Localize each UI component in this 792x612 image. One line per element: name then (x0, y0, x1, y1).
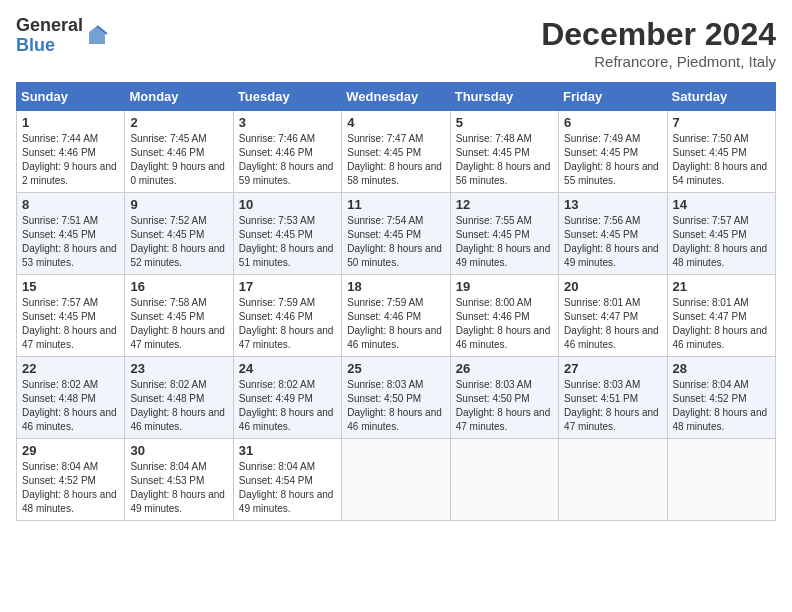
calendar-cell: 12Sunrise: 7:55 AMSunset: 4:45 PMDayligh… (450, 193, 558, 275)
day-info: Sunrise: 8:02 AMSunset: 4:49 PMDaylight:… (239, 379, 334, 432)
day-number: 2 (130, 115, 227, 130)
calendar-week-row: 8Sunrise: 7:51 AMSunset: 4:45 PMDaylight… (17, 193, 776, 275)
day-number: 12 (456, 197, 553, 212)
calendar-cell: 6Sunrise: 7:49 AMSunset: 4:45 PMDaylight… (559, 111, 667, 193)
day-number: 24 (239, 361, 336, 376)
day-number: 1 (22, 115, 119, 130)
day-info: Sunrise: 7:45 AMSunset: 4:46 PMDaylight:… (130, 133, 225, 186)
day-info: Sunrise: 7:57 AMSunset: 4:45 PMDaylight:… (22, 297, 117, 350)
calendar-week-row: 15Sunrise: 7:57 AMSunset: 4:45 PMDayligh… (17, 275, 776, 357)
calendar-cell: 5Sunrise: 7:48 AMSunset: 4:45 PMDaylight… (450, 111, 558, 193)
calendar-cell: 2Sunrise: 7:45 AMSunset: 4:46 PMDaylight… (125, 111, 233, 193)
calendar-cell (559, 439, 667, 521)
calendar-cell: 22Sunrise: 8:02 AMSunset: 4:48 PMDayligh… (17, 357, 125, 439)
day-info: Sunrise: 8:04 AMSunset: 4:54 PMDaylight:… (239, 461, 334, 514)
weekday-header-thursday: Thursday (450, 83, 558, 111)
day-info: Sunrise: 7:57 AMSunset: 4:45 PMDaylight:… (673, 215, 768, 268)
day-number: 23 (130, 361, 227, 376)
calendar-week-row: 22Sunrise: 8:02 AMSunset: 4:48 PMDayligh… (17, 357, 776, 439)
day-info: Sunrise: 8:02 AMSunset: 4:48 PMDaylight:… (22, 379, 117, 432)
day-number: 18 (347, 279, 444, 294)
day-number: 21 (673, 279, 770, 294)
calendar-cell: 25Sunrise: 8:03 AMSunset: 4:50 PMDayligh… (342, 357, 450, 439)
day-number: 10 (239, 197, 336, 212)
day-number: 5 (456, 115, 553, 130)
day-info: Sunrise: 7:54 AMSunset: 4:45 PMDaylight:… (347, 215, 442, 268)
day-info: Sunrise: 7:55 AMSunset: 4:45 PMDaylight:… (456, 215, 551, 268)
calendar-cell: 27Sunrise: 8:03 AMSunset: 4:51 PMDayligh… (559, 357, 667, 439)
calendar-cell: 29Sunrise: 8:04 AMSunset: 4:52 PMDayligh… (17, 439, 125, 521)
day-number: 7 (673, 115, 770, 130)
day-number: 6 (564, 115, 661, 130)
day-info: Sunrise: 7:59 AMSunset: 4:46 PMDaylight:… (347, 297, 442, 350)
calendar-cell: 19Sunrise: 8:00 AMSunset: 4:46 PMDayligh… (450, 275, 558, 357)
day-number: 9 (130, 197, 227, 212)
day-info: Sunrise: 8:02 AMSunset: 4:48 PMDaylight:… (130, 379, 225, 432)
calendar-cell: 26Sunrise: 8:03 AMSunset: 4:50 PMDayligh… (450, 357, 558, 439)
calendar-cell: 15Sunrise: 7:57 AMSunset: 4:45 PMDayligh… (17, 275, 125, 357)
weekday-header-wednesday: Wednesday (342, 83, 450, 111)
day-info: Sunrise: 8:03 AMSunset: 4:51 PMDaylight:… (564, 379, 659, 432)
weekday-header-sunday: Sunday (17, 83, 125, 111)
day-info: Sunrise: 7:59 AMSunset: 4:46 PMDaylight:… (239, 297, 334, 350)
day-number: 28 (673, 361, 770, 376)
day-info: Sunrise: 7:52 AMSunset: 4:45 PMDaylight:… (130, 215, 225, 268)
logo-icon (85, 24, 109, 48)
day-info: Sunrise: 7:49 AMSunset: 4:45 PMDaylight:… (564, 133, 659, 186)
day-info: Sunrise: 8:04 AMSunset: 4:52 PMDaylight:… (22, 461, 117, 514)
day-info: Sunrise: 8:01 AMSunset: 4:47 PMDaylight:… (564, 297, 659, 350)
day-info: Sunrise: 8:03 AMSunset: 4:50 PMDaylight:… (347, 379, 442, 432)
day-info: Sunrise: 7:53 AMSunset: 4:45 PMDaylight:… (239, 215, 334, 268)
calendar-cell: 8Sunrise: 7:51 AMSunset: 4:45 PMDaylight… (17, 193, 125, 275)
day-info: Sunrise: 8:04 AMSunset: 4:52 PMDaylight:… (673, 379, 768, 432)
day-info: Sunrise: 7:56 AMSunset: 4:45 PMDaylight:… (564, 215, 659, 268)
calendar-cell: 10Sunrise: 7:53 AMSunset: 4:45 PMDayligh… (233, 193, 341, 275)
day-number: 31 (239, 443, 336, 458)
day-info: Sunrise: 7:47 AMSunset: 4:45 PMDaylight:… (347, 133, 442, 186)
day-number: 26 (456, 361, 553, 376)
calendar-cell: 21Sunrise: 8:01 AMSunset: 4:47 PMDayligh… (667, 275, 775, 357)
calendar-cell: 17Sunrise: 7:59 AMSunset: 4:46 PMDayligh… (233, 275, 341, 357)
calendar-cell: 24Sunrise: 8:02 AMSunset: 4:49 PMDayligh… (233, 357, 341, 439)
logo: General Blue (16, 16, 109, 56)
calendar-cell: 20Sunrise: 8:01 AMSunset: 4:47 PMDayligh… (559, 275, 667, 357)
calendar-cell: 1Sunrise: 7:44 AMSunset: 4:46 PMDaylight… (17, 111, 125, 193)
calendar-cell: 31Sunrise: 8:04 AMSunset: 4:54 PMDayligh… (233, 439, 341, 521)
day-number: 20 (564, 279, 661, 294)
calendar-cell: 18Sunrise: 7:59 AMSunset: 4:46 PMDayligh… (342, 275, 450, 357)
logo-blue-text: Blue (16, 36, 83, 56)
day-info: Sunrise: 7:51 AMSunset: 4:45 PMDaylight:… (22, 215, 117, 268)
day-info: Sunrise: 7:58 AMSunset: 4:45 PMDaylight:… (130, 297, 225, 350)
day-number: 11 (347, 197, 444, 212)
calendar-cell (450, 439, 558, 521)
weekday-header-monday: Monday (125, 83, 233, 111)
day-number: 25 (347, 361, 444, 376)
calendar-title: December 2024 (541, 16, 776, 53)
day-number: 30 (130, 443, 227, 458)
day-info: Sunrise: 8:00 AMSunset: 4:46 PMDaylight:… (456, 297, 551, 350)
calendar-cell: 3Sunrise: 7:46 AMSunset: 4:46 PMDaylight… (233, 111, 341, 193)
day-number: 17 (239, 279, 336, 294)
day-number: 3 (239, 115, 336, 130)
day-number: 22 (22, 361, 119, 376)
day-info: Sunrise: 8:01 AMSunset: 4:47 PMDaylight:… (673, 297, 768, 350)
day-number: 14 (673, 197, 770, 212)
day-number: 16 (130, 279, 227, 294)
calendar-cell: 28Sunrise: 8:04 AMSunset: 4:52 PMDayligh… (667, 357, 775, 439)
calendar-cell: 4Sunrise: 7:47 AMSunset: 4:45 PMDaylight… (342, 111, 450, 193)
calendar-cell: 30Sunrise: 8:04 AMSunset: 4:53 PMDayligh… (125, 439, 233, 521)
header: General Blue December 2024 Refrancore, P… (16, 16, 776, 70)
calendar-subtitle: Refrancore, Piedmont, Italy (541, 53, 776, 70)
day-info: Sunrise: 8:04 AMSunset: 4:53 PMDaylight:… (130, 461, 225, 514)
day-number: 19 (456, 279, 553, 294)
weekday-header-friday: Friday (559, 83, 667, 111)
day-number: 13 (564, 197, 661, 212)
weekday-header-row: SundayMondayTuesdayWednesdayThursdayFrid… (17, 83, 776, 111)
calendar-week-row: 29Sunrise: 8:04 AMSunset: 4:52 PMDayligh… (17, 439, 776, 521)
calendar-cell: 16Sunrise: 7:58 AMSunset: 4:45 PMDayligh… (125, 275, 233, 357)
title-area: December 2024 Refrancore, Piedmont, Ital… (541, 16, 776, 70)
day-number: 8 (22, 197, 119, 212)
calendar-cell: 7Sunrise: 7:50 AMSunset: 4:45 PMDaylight… (667, 111, 775, 193)
day-number: 29 (22, 443, 119, 458)
calendar-cell: 14Sunrise: 7:57 AMSunset: 4:45 PMDayligh… (667, 193, 775, 275)
